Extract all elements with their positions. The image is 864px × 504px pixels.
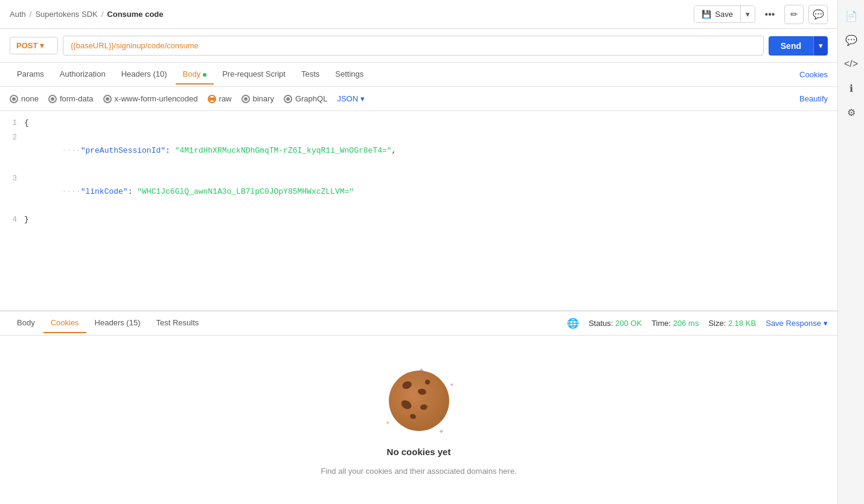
tab-headers[interactable]: Headers (10) xyxy=(114,65,174,85)
chip-3 xyxy=(399,398,412,410)
size-value: 2.18 KB xyxy=(728,319,756,328)
code-line-1: 1 { xyxy=(0,116,837,130)
send-dropdown-arrow[interactable]: ▾ xyxy=(813,36,828,56)
method-arrow: ▾ xyxy=(40,41,44,50)
sparkle-left: ✦ xyxy=(385,419,390,426)
chip-2 xyxy=(417,388,427,395)
chip-5 xyxy=(409,413,417,419)
line-num-2: 2 xyxy=(0,131,24,144)
more-button[interactable]: ••• xyxy=(760,5,779,24)
radio-urlencoded-circle xyxy=(103,95,112,103)
json-format-arrow: ▾ xyxy=(360,94,365,103)
resp-tab-cookies[interactable]: Cookies xyxy=(43,313,86,333)
main-content: Auth / Supertokens SDK / Consume code 💾 … xyxy=(0,0,837,504)
globe-icon: 🌐 xyxy=(567,317,579,329)
tab-authorization[interactable]: Authorization xyxy=(53,65,113,85)
size-label: Size: 2.18 KB xyxy=(708,319,756,328)
no-cookies-subtitle: Find all your cookies and their associat… xyxy=(321,467,516,476)
chip-4 xyxy=(420,404,427,410)
tab-body[interactable]: Body xyxy=(176,65,214,85)
send-btn-group: Send ▾ xyxy=(769,36,828,56)
url-bar: POST ▾ Send ▾ xyxy=(0,29,837,63)
radio-none-label: none xyxy=(21,94,39,103)
resp-tab-test-results[interactable]: Test Results xyxy=(149,313,206,333)
time-value: 206 ms xyxy=(673,319,699,328)
tab-params[interactable]: Params xyxy=(10,65,51,85)
save-button[interactable]: 💾 Save xyxy=(694,6,740,22)
line-content-3: ····"linkCode": "WHC1Jc6GlQ_awnN1A3o_LB7… xyxy=(24,172,837,212)
radio-raw-label: raw xyxy=(219,94,232,103)
breadcrumb-auth[interactable]: Auth xyxy=(10,10,26,19)
val-link-code: "WHC1Jc6GlQ_awnN1A3o_LB7lpC0JOpY85MHWxcZ… xyxy=(137,187,354,196)
radio-graphql-circle xyxy=(284,95,292,103)
radio-binary-label: binary xyxy=(253,94,274,103)
radio-binary[interactable]: binary xyxy=(242,94,274,103)
dots-2: ···· xyxy=(62,146,80,155)
sidebar-ai-icon[interactable]: ⚙ xyxy=(840,101,862,123)
tab-settings[interactable]: Settings xyxy=(328,65,371,85)
code-line-3: 3 ····"linkCode": "WHC1Jc6GlQ_awnN1A3o_L… xyxy=(0,171,837,212)
breadcrumb: Auth / Supertokens SDK / Consume code xyxy=(10,10,164,19)
status-label: Status: 200 OK xyxy=(589,319,642,328)
tab-pre-request[interactable]: Pre-request Script xyxy=(215,65,293,85)
response-tabs: Body Cookies Headers (15) Test Results 🌐… xyxy=(0,311,837,336)
method-label: POST xyxy=(16,41,37,50)
response-status: 🌐 Status: 200 OK Time: 206 ms Size: 2.18… xyxy=(567,317,828,329)
comment-button[interactable]: 💬 xyxy=(808,5,828,24)
chip-6 xyxy=(425,380,430,384)
radio-binary-circle xyxy=(242,95,250,103)
radio-none[interactable]: none xyxy=(10,94,39,103)
status-text: Status: xyxy=(589,319,613,328)
line-content-1: { xyxy=(24,116,837,130)
json-format-label: JSON xyxy=(337,94,358,103)
line-content-4: } xyxy=(24,213,837,226)
send-button[interactable]: Send xyxy=(769,36,813,56)
sparkle-right: ✦ xyxy=(449,381,454,388)
line-num-1: 1 xyxy=(0,116,24,130)
time-text: Time: xyxy=(651,319,671,328)
json-format-select[interactable]: JSON ▾ xyxy=(337,94,365,103)
save-dropdown-arrow[interactable]: ▾ xyxy=(740,6,755,22)
cookies-button[interactable]: Cookies xyxy=(799,70,828,79)
edit-button[interactable]: ✏ xyxy=(784,5,804,24)
breadcrumb-sdk[interactable]: Supertokens SDK xyxy=(35,10,97,19)
sidebar-chat-icon[interactable]: 💬 xyxy=(840,29,862,51)
tab-tests[interactable]: Tests xyxy=(294,65,327,85)
radio-raw[interactable]: raw xyxy=(208,94,232,103)
status-code: 200 OK xyxy=(615,319,642,328)
dots-3: ···· xyxy=(62,187,80,196)
val-pre-auth: "4M1rdHhXRMuckNDhGmqTM-rZ6I_kyqR1i_WnOGr… xyxy=(175,146,392,155)
sparkle-bottom-right: ✦ xyxy=(438,427,444,436)
save-response-label: Save Response xyxy=(766,319,821,328)
method-select[interactable]: POST ▾ xyxy=(10,37,58,54)
beautify-button[interactable]: Beautify xyxy=(799,94,828,103)
radio-graphql-label: GraphQL xyxy=(295,94,327,103)
body-dot xyxy=(203,73,206,77)
line-num-4: 4 xyxy=(0,213,24,226)
radio-form-data-label: form-data xyxy=(60,94,94,103)
breadcrumb-sep-1: / xyxy=(30,10,32,19)
url-input[interactable] xyxy=(63,36,764,56)
radio-urlencoded[interactable]: x-www-form-urlencoded xyxy=(103,94,198,103)
radio-graphql[interactable]: GraphQL xyxy=(284,94,327,103)
request-tabs: Params Authorization Headers (10) Body P… xyxy=(0,63,837,87)
code-editor[interactable]: 1 { 2 ····"preAuthSessionId": "4M1rdHhXR… xyxy=(0,111,837,311)
response-section: Body Cookies Headers (15) Test Results 🌐… xyxy=(0,311,837,504)
sidebar-doc-icon[interactable]: 📄 xyxy=(840,5,862,27)
sidebar-code-icon[interactable]: </> xyxy=(840,53,862,75)
chip-1 xyxy=(401,380,412,390)
cookie-empty-state: ✦ ✦ ✦ ✦ No cookies yet Find all your coo… xyxy=(0,336,837,504)
cookie-body xyxy=(389,371,449,431)
radio-raw-circle xyxy=(208,95,216,103)
line-content-2: ····"preAuthSessionId": "4M1rdHhXRMuckND… xyxy=(24,131,837,171)
resp-tab-body[interactable]: Body xyxy=(10,313,42,333)
breadcrumb-current: Consume code xyxy=(107,10,163,19)
no-cookies-title: No cookies yet xyxy=(387,447,451,457)
radio-form-data[interactable]: form-data xyxy=(48,94,94,103)
colon-2: : xyxy=(165,146,175,155)
code-line-2: 2 ····"preAuthSessionId": "4M1rdHhXRMuck… xyxy=(0,130,837,171)
sidebar-info-icon[interactable]: ℹ xyxy=(840,77,862,99)
save-response-button[interactable]: Save Response ▾ xyxy=(766,319,828,328)
resp-tab-headers[interactable]: Headers (15) xyxy=(88,313,148,333)
code-line-4: 4 } xyxy=(0,212,837,227)
